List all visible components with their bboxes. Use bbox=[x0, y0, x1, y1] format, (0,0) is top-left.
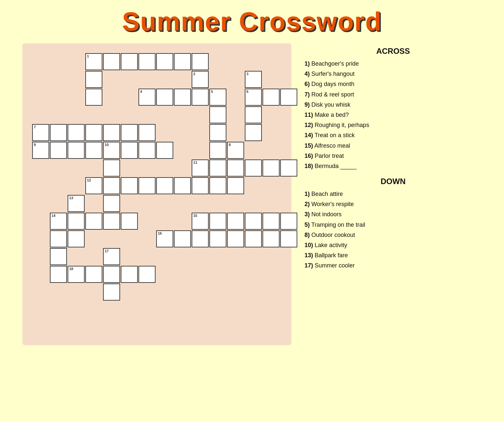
cell-15-4[interactable] bbox=[245, 213, 262, 230]
cell-16-4[interactable] bbox=[209, 230, 226, 247]
cell-7-4[interactable] bbox=[85, 124, 102, 141]
cell-10-3[interactable] bbox=[138, 142, 156, 159]
cell-16-7[interactable] bbox=[262, 230, 280, 247]
cell-4-3[interactable] bbox=[174, 89, 191, 106]
cell-11-6[interactable] bbox=[280, 159, 297, 177]
cell-8-1[interactable]: 8 bbox=[227, 142, 244, 159]
cell-14d-3[interactable] bbox=[50, 248, 67, 265]
down-clue-item: 10) Lake activity bbox=[304, 241, 482, 249]
cell-16-1[interactable]: 16 bbox=[156, 230, 173, 247]
cell-14-4 bbox=[103, 213, 120, 230]
down-clue-item: 13) Ballpark fare bbox=[304, 251, 482, 260]
cell-12-6[interactable] bbox=[174, 177, 191, 194]
cell-16-2[interactable] bbox=[174, 230, 191, 247]
cell-7-6[interactable] bbox=[121, 124, 138, 141]
cell-10-4[interactable] bbox=[156, 142, 173, 159]
cell-9-2[interactable] bbox=[50, 142, 67, 159]
across-clue-item: 16) Parlor treat bbox=[304, 152, 482, 160]
cell-1-4[interactable] bbox=[138, 53, 156, 70]
cell-14d-4[interactable] bbox=[50, 266, 67, 283]
cell-11-1[interactable]: 11 bbox=[192, 159, 209, 177]
cell-15-6[interactable] bbox=[280, 213, 297, 230]
down-clues-list: 1) Beach attire2) Worker's respite3) Not… bbox=[304, 190, 482, 270]
main-content: 1 2 3 4 5 6 bbox=[22, 43, 482, 345]
across-clue-item: 4) Surfer's hangout bbox=[304, 70, 482, 78]
cell-18-1[interactable]: 18 bbox=[68, 266, 85, 283]
across-clue-item: 12) Roughing it, perhaps bbox=[304, 121, 482, 129]
across-clue-item: 9) Disk you whisk bbox=[304, 101, 482, 109]
cell-10-2[interactable] bbox=[121, 142, 138, 159]
cell-5-2[interactable] bbox=[209, 106, 226, 123]
cell-1-3[interactable] bbox=[121, 53, 138, 70]
across-clue-item: 6) Dog days month bbox=[304, 80, 482, 88]
cell-9-4[interactable] bbox=[85, 142, 102, 159]
cell-13-3[interactable] bbox=[68, 230, 85, 247]
down-clue-item: 1) Beach attire bbox=[304, 190, 482, 198]
cell-3-4[interactable] bbox=[245, 124, 262, 141]
cell-15-3[interactable] bbox=[227, 213, 244, 230]
cell-9-1[interactable]: 9 bbox=[32, 142, 49, 159]
cell-12-8[interactable] bbox=[209, 177, 226, 194]
cell-5-1[interactable]: 5 bbox=[209, 89, 226, 106]
cell-3-3[interactable] bbox=[245, 106, 262, 123]
down-title: DOWN bbox=[304, 177, 482, 186]
across-section: ACROSS 1) Beachgoer's pride4) Surfer's h… bbox=[304, 47, 482, 170]
cell-1-7[interactable] bbox=[192, 53, 209, 70]
cell-14-5[interactable] bbox=[121, 213, 138, 230]
cell-6-3[interactable] bbox=[280, 89, 297, 106]
cell-12-7[interactable] bbox=[192, 177, 209, 194]
cell-12-1[interactable]: 12 bbox=[85, 177, 102, 194]
cell-12-2 bbox=[103, 177, 120, 194]
cell-12-4[interactable] bbox=[138, 177, 156, 194]
cell-10-1[interactable]: 10 bbox=[103, 142, 120, 159]
cell-1-6[interactable] bbox=[174, 53, 191, 70]
cell-d1-3[interactable] bbox=[85, 89, 102, 106]
cell-7-3[interactable] bbox=[68, 124, 85, 141]
cell-1-5[interactable] bbox=[156, 53, 173, 70]
cell-14-1[interactable]: 14 bbox=[50, 213, 67, 230]
cell-17-1[interactable]: 17 bbox=[103, 248, 120, 265]
cell-4-4[interactable] bbox=[192, 89, 209, 106]
cell-7-5[interactable] bbox=[103, 124, 120, 141]
cell-18-4[interactable] bbox=[121, 266, 138, 283]
cell-16-5[interactable] bbox=[227, 230, 244, 247]
cell-6-1[interactable]: 6 bbox=[245, 89, 262, 106]
cell-7-1[interactable]: 7 bbox=[32, 124, 49, 141]
cell-4-2[interactable] bbox=[156, 89, 173, 106]
cell-15-5[interactable] bbox=[262, 213, 280, 230]
cell-15-2[interactable] bbox=[209, 213, 226, 230]
across-clue-item: 11) Make a bed? bbox=[304, 111, 482, 119]
cell-1-2[interactable] bbox=[103, 53, 120, 70]
cell-7-7[interactable] bbox=[138, 124, 156, 141]
cell-10d-2[interactable] bbox=[103, 159, 120, 177]
cell-11-5[interactable] bbox=[262, 159, 280, 177]
cell-15-1[interactable]: 15 bbox=[192, 213, 209, 230]
cell-9-3[interactable] bbox=[68, 142, 85, 159]
cell-7-2[interactable] bbox=[50, 124, 67, 141]
cell-11-4[interactable] bbox=[245, 159, 262, 177]
crossword-grid: 1 2 3 4 5 6 bbox=[32, 53, 282, 335]
cell-12-5[interactable] bbox=[156, 177, 173, 194]
cell-d1-2[interactable] bbox=[85, 71, 102, 88]
cell-18-5[interactable] bbox=[138, 266, 156, 283]
cell-4-1[interactable]: 4 bbox=[138, 89, 156, 106]
cell-14-3[interactable] bbox=[85, 213, 102, 230]
cell-18-3 bbox=[103, 266, 120, 283]
cell-11-2[interactable] bbox=[209, 159, 226, 177]
across-clues-list: 1) Beachgoer's pride4) Surfer's hangout6… bbox=[304, 60, 482, 170]
cell-3-1[interactable]: 3 bbox=[245, 71, 262, 88]
cell-5-3[interactable] bbox=[209, 124, 226, 141]
cell-8-3[interactable] bbox=[227, 177, 244, 194]
cell-10d-4[interactable] bbox=[103, 195, 120, 212]
cell-16-3[interactable] bbox=[192, 230, 209, 247]
cell-16-8[interactable] bbox=[280, 230, 297, 247]
cell-14d-2[interactable] bbox=[50, 230, 67, 247]
cell-1-1[interactable]: 1 bbox=[85, 53, 102, 70]
cell-13-1[interactable]: 13 bbox=[68, 195, 85, 212]
cell-18-2[interactable] bbox=[85, 266, 102, 283]
across-clue-item: 7) Rod & reel sport bbox=[304, 91, 482, 99]
cell-6-2[interactable] bbox=[262, 89, 280, 106]
cell-12-3[interactable] bbox=[121, 177, 138, 194]
cell-2-1[interactable]: 2 bbox=[192, 71, 209, 88]
cell-16-6[interactable] bbox=[245, 230, 262, 247]
